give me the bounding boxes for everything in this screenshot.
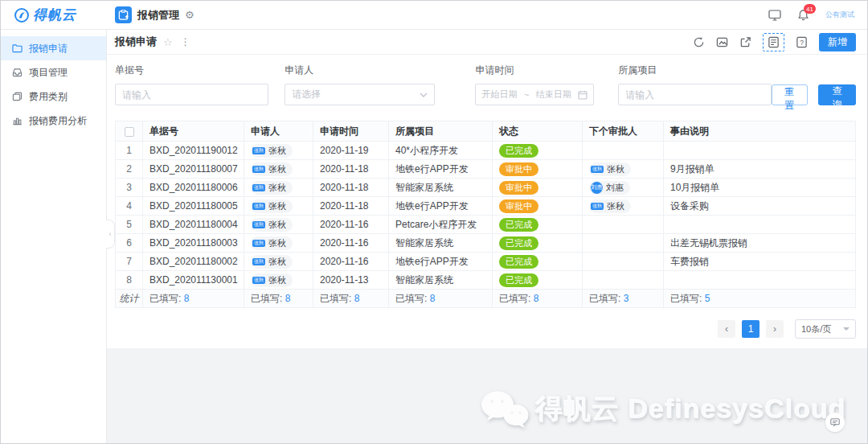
filter-label: 申请人: [285, 64, 435, 77]
project-cell: 地铁e行APP开发: [389, 253, 493, 271]
app-name: 报销管理: [137, 8, 179, 23]
top-bar-actions: 41 公有测试: [768, 9, 867, 21]
row-index-cell: 4: [116, 197, 143, 216]
app-icon[interactable]: [115, 6, 132, 23]
table-row[interactable]: 5BXD_202011180004张秋张秋2020-11-16Petcare小程…: [116, 216, 856, 234]
top-bar: 得帆云 报销管理 ⚙: [1, 1, 867, 30]
reason-cell: 出差无锡机票报销: [664, 234, 856, 253]
form-design-icon[interactable]: [768, 36, 780, 48]
status-cell: 已完成: [493, 142, 583, 160]
table-row[interactable]: 4BXD_202011180005张秋张秋2020-11-18地铁e行APP开发…: [116, 197, 856, 216]
table-row[interactable]: 7BXD_202011180002张秋张秋2020-11-16地铁e行APP开发…: [116, 253, 856, 271]
user-chip: 张秋张秋: [251, 218, 293, 232]
project-cell: Petcare小程序开发: [389, 216, 493, 234]
chevron-down-icon: [843, 327, 850, 331]
table-row[interactable]: 6BXD_202011180003张秋张秋2020-11-16智能家居系统已完成…: [116, 234, 856, 253]
filter-label: 所属项目: [618, 64, 771, 77]
help-doc-icon[interactable]: ?: [796, 36, 808, 48]
applicant-cell: 张秋张秋: [244, 216, 313, 234]
brand-logo[interactable]: 得帆云: [1, 6, 107, 24]
user-name: 张秋: [268, 163, 286, 175]
doc-number-cell: BXD_202011180005: [143, 197, 244, 216]
notifications-bell[interactable]: 41: [797, 9, 809, 21]
reason-cell: [664, 216, 856, 234]
table-row[interactable]: 8BXD_202011130001张秋张秋2020-11-13智能家居系统已完成: [116, 271, 856, 290]
add-button[interactable]: 新增: [819, 33, 856, 51]
doc-number-cell: BXD_202011130001: [143, 271, 244, 290]
applicant-select[interactable]: 请选择: [285, 84, 435, 105]
prev-page-button[interactable]: ‹: [718, 320, 735, 338]
user-tag-icon: 张秋: [252, 240, 265, 247]
column-header: 状态: [493, 121, 583, 142]
sidebar-collapse-handle[interactable]: ‹: [106, 220, 115, 249]
project-cell: 地铁e行APP开发: [389, 197, 493, 216]
approver-cell: [583, 271, 664, 290]
project-input[interactable]: [618, 84, 771, 105]
image-icon[interactable]: [716, 36, 728, 48]
stats-filled-count: 8: [184, 293, 190, 304]
project-cell: 智能家居系统: [389, 234, 493, 253]
bar-chart-icon: [12, 116, 23, 125]
reason-cell: 设备采购: [664, 197, 856, 216]
search-button[interactable]: 查询: [818, 84, 856, 105]
user-name: 张秋: [268, 200, 286, 212]
sidebar-item-project-management[interactable]: 项目管理: [1, 60, 106, 84]
brand-logo-icon: [14, 7, 30, 23]
current-page[interactable]: 1: [742, 320, 760, 338]
share-icon[interactable]: [739, 36, 751, 48]
status-badge: 已完成: [499, 255, 538, 269]
status-badge: 审批中: [499, 181, 538, 195]
user-tag-icon: 张秋: [252, 258, 265, 265]
user-chip: 张秋张秋: [251, 255, 293, 269]
reason-cell: [664, 271, 856, 290]
approver-cell: [583, 216, 664, 234]
status-badge: 已完成: [499, 218, 538, 232]
sidebar-item-expense-request[interactable]: 报销申请: [1, 36, 106, 60]
table-row[interactable]: 3BXD_202011180006张秋张秋2020-11-18智能家居系统审批中…: [116, 179, 856, 197]
user-chip: 张秋张秋: [251, 181, 293, 195]
applicant-cell: 张秋张秋: [244, 160, 313, 179]
user-name: 张秋: [268, 145, 286, 157]
watermark-text: 得帆云 DefinesysCloud: [536, 391, 846, 428]
filter-buttons: 重置 查询: [772, 84, 856, 105]
reason-cell: 车费报销: [664, 253, 856, 271]
more-options-icon[interactable]: ⋮: [181, 36, 190, 47]
reason-cell: 9月报销单: [664, 160, 856, 179]
reset-button[interactable]: 重置: [772, 84, 808, 105]
gear-icon[interactable]: ⚙: [185, 10, 194, 20]
page-title: 报销申请: [115, 35, 157, 49]
table-row[interactable]: 1BXD_202011190012张秋张秋2020-11-1940*小程序开发已…: [116, 142, 856, 160]
sidebar-item-expense-category[interactable]: 费用类别: [1, 84, 106, 109]
user-tag-icon: 张秋: [591, 203, 604, 210]
refresh-icon[interactable]: [693, 36, 705, 48]
applicant-cell: 张秋张秋: [244, 271, 313, 290]
next-page-button[interactable]: ›: [766, 320, 784, 338]
user-chip: 张秋张秋: [251, 162, 293, 176]
environment-label[interactable]: 公有测试: [825, 10, 854, 20]
doc-number-input[interactable]: [115, 84, 268, 105]
status-cell: 审批中: [493, 160, 583, 179]
user-name: 张秋: [268, 219, 286, 231]
favorite-star-icon[interactable]: ☆: [163, 36, 173, 48]
table-row[interactable]: 2BXD_202011180007张秋张秋2020-11-18地铁e行APP开发…: [116, 160, 856, 179]
sidebar: 报销申请 项目管理 费用类别 报销费用分析: [1, 30, 107, 443]
sidebar-item-expense-analysis[interactable]: 报销费用分析: [1, 109, 106, 133]
user-tag-icon: 张秋: [591, 166, 604, 173]
apply-date-cell: 2020-11-16: [313, 234, 389, 253]
apply-date-cell: 2020-11-18: [313, 197, 389, 216]
stats-value-cell: 已填写: 8: [143, 290, 244, 308]
chevron-down-icon: [420, 92, 428, 97]
approver-cell: [583, 253, 664, 271]
wechat-logo-icon: [480, 388, 530, 430]
brand-logo-text: 得帆云: [33, 6, 76, 24]
stats-value-cell: 已填写: 8: [244, 290, 313, 308]
feedback-icon[interactable]: [825, 413, 845, 432]
user-chip: 张秋张秋: [251, 236, 293, 250]
user-name: 张秋: [268, 182, 286, 194]
date-range-picker[interactable]: 开始日期 ~ 结束日期: [475, 84, 594, 105]
select-all-checkbox[interactable]: [125, 127, 134, 137]
doc-number-cell: BXD_202011180004: [143, 216, 244, 234]
page-size-select[interactable]: 10条/页: [795, 319, 856, 339]
user-chip: 刘惠刘惠: [589, 181, 630, 195]
monitor-icon[interactable]: [768, 9, 781, 21]
